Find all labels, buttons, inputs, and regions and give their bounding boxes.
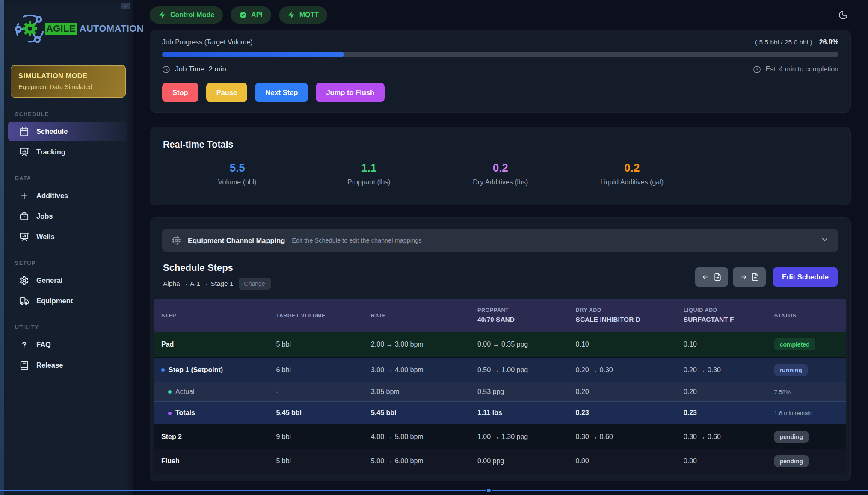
sidebar-item-label: FAQ (36, 341, 51, 349)
main-content: Control Mode API MQTT Job Progress (Targ… (133, 0, 868, 495)
col-rate: RATE (364, 311, 471, 319)
prev-schedule-button[interactable] (695, 267, 728, 287)
check-circle-icon (239, 11, 247, 19)
truck-icon (19, 296, 29, 306)
nav-section-utility: UTILITY FAQ Release (4, 324, 133, 375)
nav-section-schedule: SCHEDULE Schedule Tracking (4, 111, 133, 162)
sidebar-collapse-handle[interactable]: ‹ (121, 3, 130, 9)
sidebar-item-wells[interactable]: Wells (8, 227, 127, 246)
stop-button[interactable]: Stop (162, 83, 198, 102)
question-icon (19, 340, 29, 350)
metric-label: Volume (bbl) (172, 178, 303, 186)
presentation-chart-icon (19, 147, 29, 157)
mqtt-status-badge[interactable]: MQTT (279, 6, 327, 24)
schedule-steps-title: Schedule Steps (163, 262, 271, 273)
metric-label: Dry Additives (lbs) (435, 178, 566, 186)
setpoint-dot (161, 368, 165, 372)
job-eta: Est. 4 min to completion (753, 65, 838, 74)
next-step-button[interactable]: Next Step (255, 83, 308, 102)
plus-icon (19, 191, 29, 201)
brand-logo: AGILEAUTOMATION (4, 6, 133, 50)
network-gear-logo-icon (13, 12, 47, 45)
next-schedule-button[interactable] (733, 267, 766, 287)
job-time-label: Job Time: 2 min (175, 65, 226, 74)
metric-value: 5.5 (172, 161, 303, 175)
col-status: STATUS (767, 311, 846, 319)
totals-dot (168, 412, 172, 415)
nav-section-label: SETUP (4, 260, 133, 270)
realtime-totals-card: Real-time Totals 5.5 Volume (bbl) 1.1 Pr… (150, 127, 851, 205)
file-icon (751, 273, 759, 281)
api-status-label: API (251, 11, 263, 19)
sidebar-item-label: Schedule (36, 127, 68, 136)
book-icon (19, 360, 29, 370)
table-row-actual[interactable]: Actual - 3.05 bpm 0.53 ppg 0.20 0.20 7.5… (154, 382, 846, 401)
actual-dot (168, 390, 172, 394)
nav-section-label: UTILITY (4, 324, 133, 334)
nav-section-data: DATA Additives Jobs Wells (4, 175, 133, 246)
mqtt-status-label: MQTT (299, 11, 319, 19)
file-icon (714, 273, 722, 281)
nav-section-label: DATA (4, 175, 133, 185)
window-edge-strip (0, 0, 4, 495)
sidebar-nav: SCHEDULE Schedule Tracking DATA Additive… (4, 111, 133, 375)
job-progress-label: Job Progress (Target Volume) (162, 39, 253, 46)
theme-toggle-button[interactable] (835, 7, 851, 23)
api-status-badge[interactable]: API (231, 6, 271, 24)
equipment-channel-mapping-bar[interactable]: Equipment Channel Mapping Edit the Sched… (162, 229, 838, 252)
bolt-icon (287, 11, 295, 19)
col-proppant: PROPPANT 40/70 SAND (471, 307, 569, 323)
schedule-card: Equipment Channel Mapping Edit the Sched… (150, 217, 851, 481)
col-target-volume: TARGET VOLUME (269, 311, 364, 319)
sidebar-item-label: Wells (36, 233, 55, 241)
status-badge: running (774, 364, 808, 376)
clock-icon (162, 65, 170, 74)
simulation-mode-subtitle: Equipment Data Simulated (18, 83, 118, 90)
status-badge: pending (774, 455, 809, 467)
clock-icon (753, 65, 761, 74)
table-row-flush[interactable]: Flush 5 bbl 5.00 → 6.00 bpm 0.00 ppg 0.0… (154, 449, 846, 473)
brand-name: AGILEAUTOMATION (45, 23, 144, 34)
sidebar-item-tracking[interactable]: Tracking (8, 142, 127, 162)
sidebar-item-additives[interactable]: Additives (8, 186, 127, 205)
job-time: Job Time: 2 min (162, 65, 226, 74)
sidebar-item-label: Jobs (36, 212, 53, 220)
gear-icon (19, 276, 29, 285)
table-row-step2[interactable]: Step 2 9 bbl 4.00 → 5.00 bpm 1.00 → 1.30… (154, 424, 846, 449)
edit-schedule-button[interactable]: Edit Schedule (773, 267, 838, 287)
job-progress-card: Job Progress (Target Volume) ( 5.5 bbl /… (150, 30, 851, 113)
metric-liquid-additives: 0.2 Liquid Additives (gal) (566, 161, 698, 186)
schedule-steps-table: STEP TARGET VOLUME RATE PROPPANT 40/70 S… (154, 299, 846, 473)
moon-icon (838, 10, 848, 20)
sidebar-item-schedule[interactable]: Schedule (8, 122, 127, 141)
sidebar: ‹ (4, 0, 133, 495)
breadcrumb: Alpha → A-1 → Stage 1 (163, 280, 234, 288)
table-row-pad[interactable]: Pad 5 bbl 2.00 → 3.00 bpm 0.00 → 0.35 pp… (154, 332, 846, 358)
sidebar-item-label: General (36, 276, 62, 285)
sidebar-item-general[interactable]: General (8, 270, 127, 290)
metric-volume: 5.5 Volume (bbl) (172, 161, 303, 186)
sidebar-item-equipment[interactable]: Equipment (8, 291, 127, 311)
jump-to-flush-button[interactable]: Jump to Flush (316, 83, 385, 102)
calendar-icon (19, 127, 29, 136)
table-row-step1-setpoint[interactable]: Step 1 (Setpoint) 6 bbl 3.00 → 4.00 bpm … (154, 358, 846, 382)
chevron-down-icon[interactable] (821, 235, 829, 246)
progress-percent-text: 7.58% (774, 389, 791, 395)
sidebar-item-jobs[interactable]: Jobs (8, 206, 127, 226)
cpu-icon (172, 236, 181, 245)
sidebar-item-label: Release (36, 361, 63, 369)
status-badge: completed (774, 338, 815, 350)
brand-name-secondary: AUTOMATION (80, 23, 144, 34)
sidebar-item-release[interactable]: Release (8, 355, 127, 375)
status-badge: pending (774, 431, 809, 443)
col-step: STEP (154, 311, 269, 319)
pause-button[interactable]: Pause (206, 83, 248, 102)
metric-value: 1.1 (303, 161, 435, 175)
sidebar-item-faq[interactable]: FAQ (8, 335, 127, 354)
control-mode-badge[interactable]: Control Mode (150, 6, 223, 24)
time-remaining-text: 1.6 min remain (774, 410, 812, 416)
job-progress-fill (162, 52, 344, 57)
table-row-totals[interactable]: Totals 5.45 bbl 5.45 bbl 1.11 lbs 0.23 0… (154, 401, 846, 424)
change-button[interactable]: Change (239, 278, 271, 290)
topbar: Control Mode API MQTT (150, 0, 851, 30)
